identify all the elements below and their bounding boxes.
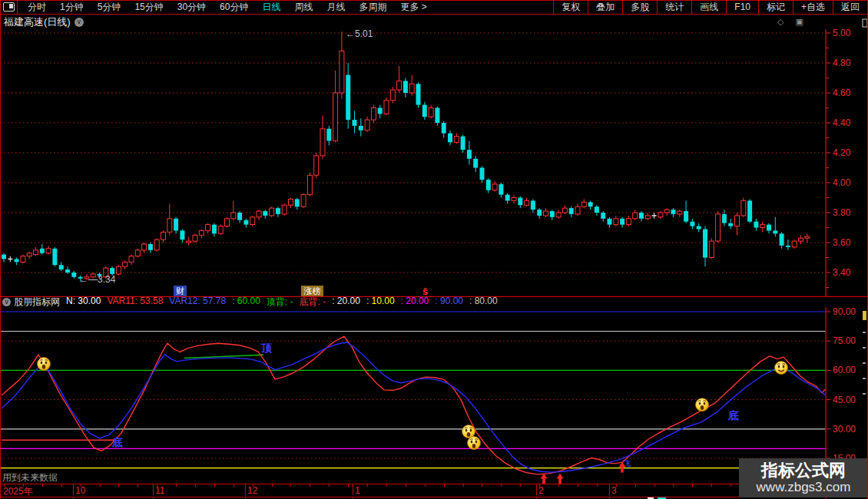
window-restore-button[interactable] — [0, 0, 18, 14]
month-separator — [536, 484, 537, 495]
indicator-axis-label: 45.00 — [833, 395, 856, 405]
tool-button[interactable]: 叠加 — [588, 0, 622, 14]
time-axis[interactable]: 2025年 101112123 — [0, 484, 868, 497]
week-tick — [61, 484, 62, 487]
watermark: 指标公式网 www.zbgs3.com — [739, 458, 868, 497]
week-tick — [4, 484, 5, 487]
period-tab[interactable]: 1分钟 — [53, 0, 91, 15]
indicator-param: 股朋指标网 — [14, 297, 60, 307]
week-tick — [406, 484, 406, 487]
month-separator — [73, 484, 74, 495]
buy-arrow-icon — [541, 474, 548, 484]
window-border-left — [0, 0, 1, 499]
indicator-chart[interactable]: 90.0075.0060.0045.0030.0015.00顶底底飞 — [0, 307, 868, 484]
week-tick — [578, 484, 578, 487]
indicator-axis-label: 90.00 — [833, 307, 856, 317]
period-tab[interactable]: 分时 — [21, 0, 53, 15]
price-axis-label: 4.80 — [833, 58, 851, 68]
week-tick — [731, 484, 731, 487]
watermark-url: www.zbgs3.com — [757, 480, 851, 495]
indicator-param: 顶背: - — [267, 297, 293, 307]
price-axis-label: 4.20 — [833, 147, 851, 158]
edge-dash — [863, 378, 866, 379]
period-tab[interactable]: 5分钟 — [91, 0, 128, 15]
week-tick — [81, 484, 81, 487]
smiley-face-icon — [775, 362, 788, 375]
event-badge: ŝ — [422, 286, 428, 297]
week-tick — [214, 484, 215, 487]
period-tab[interactable]: 周线 — [287, 0, 320, 15]
indicator-params: 股朋指标网N: 30.00VAR11: 53.58VAR12: 57.78: 6… — [14, 297, 504, 307]
period-tab[interactable]: 15分钟 — [128, 0, 170, 15]
indicator-param: : 60.00 — [232, 297, 260, 307]
indicator-param: VAR12: 57.78 — [169, 297, 226, 307]
chevron-down-icon[interactable]: ∨ — [75, 18, 84, 27]
month-label: 12 — [247, 485, 257, 496]
period-tab[interactable]: 月线 — [320, 0, 352, 15]
chevron-down-icon[interactable]: ∨ — [2, 298, 11, 306]
layout-icons[interactable]: ◇ ▣ — [777, 17, 808, 27]
period-menu: 分时1分钟5分钟15分钟30分钟60分钟日线周线月线多周期更多 > — [21, 0, 434, 15]
week-tick — [673, 484, 674, 487]
watermark-title: 指标公式网 — [761, 461, 846, 480]
week-tick — [100, 484, 101, 487]
indicator-param: : 90.00 — [435, 297, 463, 307]
tool-button[interactable]: 画线 — [691, 0, 726, 14]
candlesticks — [2, 31, 810, 282]
edge-dash — [863, 393, 866, 395]
divergence-label: 飞 — [623, 460, 631, 468]
period-tab[interactable]: 30分钟 — [171, 0, 213, 15]
smiley-face-icon — [468, 437, 481, 450]
tool-button[interactable]: 复权 — [553, 0, 588, 14]
tool-button[interactable]: +自选 — [793, 0, 833, 14]
month-label: 3 — [611, 485, 617, 496]
tool-button[interactable]: 多股 — [622, 0, 657, 14]
chart-title-bar: 福建高速(日线) ∨ ◇ ▣ — [0, 15, 868, 29]
tools-menu: 复权叠加多股统计画线F10标记+自选返回 — [553, 0, 868, 14]
week-tick — [386, 484, 387, 487]
week-tick — [253, 484, 253, 487]
week-tick — [463, 484, 464, 487]
period-tab[interactable]: 更多 > — [393, 0, 433, 15]
smiley-face-icon — [462, 425, 475, 438]
week-tick — [348, 484, 349, 487]
week-tick — [597, 484, 598, 487]
week-tick — [195, 484, 196, 487]
year-label: 2025年 — [3, 485, 33, 498]
tool-button[interactable]: 标记 — [758, 0, 793, 14]
buy-arrow-icon — [557, 474, 564, 484]
event-badge: 涨榜 — [304, 286, 321, 296]
month-label: 10 — [75, 485, 85, 496]
indicator-param: 底背: - — [300, 297, 326, 307]
price-axis-label: 3.40 — [833, 267, 851, 278]
smiley-face-icon — [38, 358, 51, 371]
week-tick — [367, 484, 368, 487]
period-tab[interactable]: 日线 — [255, 0, 287, 15]
tool-button[interactable]: F10 — [726, 0, 758, 14]
period-tab[interactable]: 60分钟 — [213, 0, 255, 15]
month-separator — [245, 484, 246, 495]
week-tick — [444, 484, 445, 487]
edge-dash — [863, 362, 866, 364]
tool-button[interactable]: 返回 — [833, 0, 868, 14]
divergence-label: 顶 — [260, 342, 272, 354]
indicator-axis-label: 60.00 — [833, 365, 856, 375]
price-grid: 5.004.804.604.404.204.003.803.603.40 — [0, 29, 851, 288]
edge-dash — [863, 332, 866, 333]
period-tab[interactable]: 多周期 — [352, 0, 393, 15]
week-tick — [234, 484, 234, 487]
window-border-top — [0, 0, 868, 1]
tool-button[interactable]: 统计 — [657, 0, 691, 14]
page-title: 福建高速(日线) — [4, 15, 71, 29]
week-tick — [520, 484, 521, 487]
future-data-warning: 用到未来数据 — [2, 471, 58, 484]
week-tick — [425, 484, 426, 487]
price-axis-label: 3.80 — [833, 207, 851, 218]
week-tick — [157, 484, 157, 487]
month-label: 2 — [538, 485, 544, 496]
indicator-axis-label: 75.00 — [833, 335, 856, 346]
window-restore-icon — [3, 2, 15, 12]
edge-dash — [863, 347, 866, 349]
week-tick — [137, 484, 138, 487]
candlestick-chart[interactable]: 5.004.804.604.404.204.003.803.603.40←5.0… — [0, 29, 868, 297]
